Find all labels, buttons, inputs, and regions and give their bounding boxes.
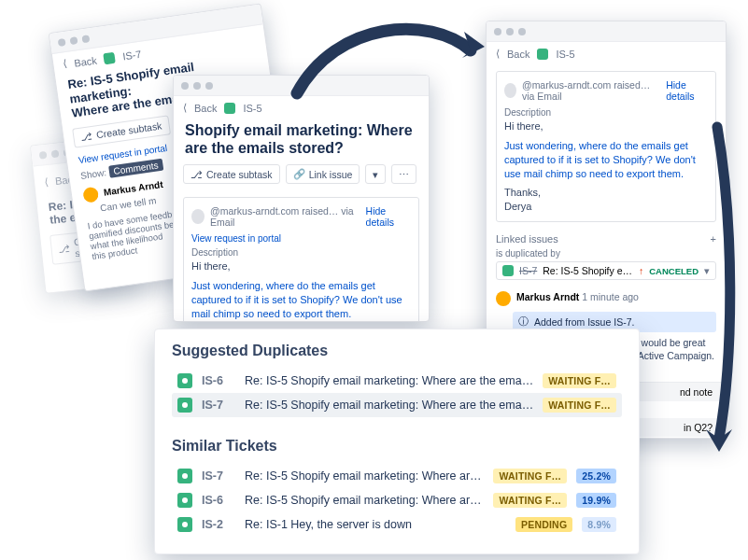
suggestions-panel: Suggested Duplicates IS-6Re: IS-5 Shopif…	[154, 329, 640, 554]
issue-id[interactable]: IS-5	[243, 103, 261, 114]
status-badge: WAITING F…	[543, 398, 616, 413]
request-card: @markus-arndt.com raised… via Email Hide…	[496, 71, 716, 222]
svg-point-2	[182, 473, 188, 479]
issue-type-icon	[177, 398, 192, 413]
avatar	[191, 209, 205, 224]
hide-details-link[interactable]: Hide details	[666, 79, 708, 102]
issue-title: Re: IS-5 Shopify email marketing: Where …	[245, 399, 533, 412]
hide-details-link[interactable]: Hide details	[366, 205, 411, 228]
issue-id: IS-2	[202, 518, 235, 531]
description-label: Description	[191, 247, 411, 258]
overflow-button[interactable]: ⋯	[391, 164, 416, 184]
issue-id: IS-6	[202, 494, 235, 507]
description-body: Hi there, Just wondering, where do the e…	[504, 119, 708, 214]
issue-id: IS-7	[202, 399, 235, 412]
dup-label: is duplicated by	[496, 248, 716, 259]
duplicate-row[interactable]: IS-6Re: IS-5 Shopify email marketing: Wh…	[172, 369, 622, 393]
issue-title: Re: IS-5 Shopify email marketing: Where …	[245, 374, 533, 387]
raised-by: @markus-arndt.com raised… via Email	[210, 205, 360, 228]
linked-title: Re: IS-5 Shopify email marketing: …	[543, 265, 633, 276]
issue-id: IS-7	[202, 469, 235, 483]
avatar	[504, 83, 516, 98]
similarity-pct: 25.2%	[576, 469, 616, 483]
linked-issues-label: Linked issues	[496, 233, 558, 245]
issue-title: Re: IS-5 Shopify email marketing: Where …	[245, 469, 484, 483]
similar-row[interactable]: IS-7Re: IS-5 Shopify email marketing: Wh…	[172, 464, 622, 488]
avatar	[496, 291, 511, 306]
status-badge: WAITING F…	[543, 373, 616, 388]
issue-type-icon	[502, 265, 514, 276]
issue-id[interactable]: IS-5	[556, 49, 574, 60]
issue-type-icon	[177, 493, 192, 508]
issue-title: Re: IS-1 Hey, the server is down	[245, 518, 506, 531]
raised-by: @markus-arndt.com raised… via Email	[522, 79, 660, 102]
back-chevron-icon[interactable]: ⟨	[496, 48, 500, 60]
back-label[interactable]: Back	[507, 49, 529, 60]
similarity-pct: 19.9%	[576, 493, 616, 508]
chevron-down-icon[interactable]: ▾	[704, 265, 710, 276]
window-is5-main: ⟨ Back IS-5 Shopify email marketing: Whe…	[173, 75, 430, 322]
link-issue-button[interactable]: 🔗 Link issue	[286, 164, 360, 184]
status-badge: WAITING F…	[493, 493, 567, 508]
status-badge: PENDING	[515, 517, 572, 532]
issue-type-icon	[177, 469, 192, 483]
linked-issue-row[interactable]: IS-7 Re: IS-5 Shopify email marketing: ……	[496, 261, 716, 280]
svg-point-1	[182, 402, 188, 408]
issue-type-icon	[537, 49, 548, 60]
description-label: Description	[504, 107, 708, 118]
back-chevron-icon[interactable]: ⟨	[183, 102, 187, 114]
linked-id: IS-7	[519, 265, 537, 276]
issue-id: IS-6	[202, 374, 235, 387]
description-body: Hi there, Just wondering, where do the e…	[191, 259, 411, 322]
comment: Markus Arndt 1 minute ago	[487, 286, 726, 312]
similar-row[interactable]: IS-2Re: IS-1 Hey, the server is downPEND…	[172, 512, 622, 537]
issue-type-icon	[224, 103, 235, 114]
request-card: @markus-arndt.com raised… via Email Hide…	[183, 197, 419, 322]
issue-title: Re: IS-5 Shopify email marketing: Where …	[245, 494, 484, 507]
linked-issues: Linked issues + is duplicated by IS-7 Re…	[487, 228, 726, 286]
issue-type-icon	[177, 517, 192, 532]
ticket-title: Shopify email marketing: Where are the e…	[174, 119, 429, 164]
duplicate-row[interactable]: IS-7Re: IS-5 Shopify email marketing: Wh…	[172, 393, 622, 417]
comment-author: Markus Arndt	[516, 291, 579, 302]
svg-point-3	[182, 497, 188, 503]
status-badge: WAITING F…	[493, 469, 567, 483]
issue-type-icon	[177, 373, 192, 388]
portal-link[interactable]: View request in portal	[191, 233, 411, 244]
similar-header: Similar Tickets	[172, 438, 622, 455]
create-subtask-button[interactable]: ⎇ Create subtask	[183, 164, 280, 184]
priority-up-icon: ↑	[639, 265, 643, 276]
header: ⟨ Back IS-5	[487, 42, 726, 65]
comment-time: 1 minute ago	[582, 291, 639, 302]
back-label[interactable]: Back	[194, 103, 217, 114]
more-button[interactable]: ▾	[365, 164, 386, 184]
info-icon: ⓘ	[518, 315, 529, 329]
header: ⟨ Back IS-5	[174, 96, 429, 119]
status-canceled: CANCELED	[649, 266, 699, 276]
add-link-icon[interactable]: +	[711, 233, 716, 245]
duplicates-header: Suggested Duplicates	[172, 343, 622, 359]
svg-point-4	[182, 522, 188, 527]
similar-row[interactable]: IS-6Re: IS-5 Shopify email marketing: Wh…	[172, 488, 622, 512]
similarity-pct: 8.9%	[582, 517, 616, 532]
svg-point-0	[182, 378, 188, 384]
